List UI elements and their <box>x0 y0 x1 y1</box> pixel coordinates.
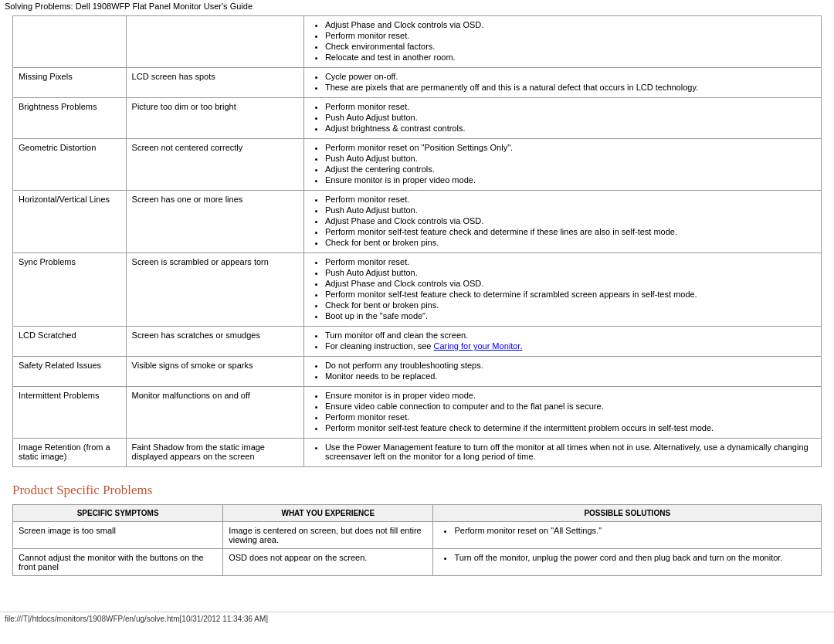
table-row: Intermittent ProblemsMonitor malfunction… <box>13 387 822 439</box>
symptom-cell <box>13 16 127 68</box>
list-item: These are pixels that are permanently of… <box>325 83 815 92</box>
list-item: Turn monitor off and clean the screen. <box>325 330 815 340</box>
table-row: Adjust Phase and Clock controls via OSD.… <box>13 16 822 68</box>
list-item: Relocate and test in another room. <box>325 53 815 62</box>
symptom-cell: Intermittent Problems <box>13 387 127 439</box>
experience-cell: Image is centered on screen, but does no… <box>223 522 433 549</box>
col-header-experience: WHAT YOU EXPERIENCE <box>223 505 433 522</box>
solution-cell: Do not perform any troubleshooting steps… <box>303 357 821 387</box>
table-row: Horizontal/Vertical LinesScreen has one … <box>13 191 822 253</box>
list-item: Perform monitor reset. <box>325 195 815 204</box>
solution-cell: Use the Power Management feature to turn… <box>303 439 821 467</box>
table-row: Screen image is too smallImage is center… <box>13 522 822 549</box>
experience-cell: Faint Shadow from the static image displ… <box>126 439 303 467</box>
problems-table: Adjust Phase and Clock controls via OSD.… <box>12 15 822 467</box>
main-content: Adjust Phase and Clock controls via OSD.… <box>0 12 834 604</box>
list-item: Perform monitor reset on "All Settings." <box>454 526 815 535</box>
list-item: Monitor needs to be replaced. <box>325 371 815 381</box>
experience-cell: Screen not centered correctly <box>126 139 303 191</box>
table-row: Cannot adjust the monitor with the butto… <box>13 549 822 576</box>
list-item: Perform monitor reset. <box>325 257 815 266</box>
solution-cell: Perform monitor reset on "All Settings." <box>433 522 822 549</box>
symptom-cell: Cannot adjust the monitor with the butto… <box>13 549 223 576</box>
table-row: Safety Related IssuesVisible signs of sm… <box>13 357 822 387</box>
title-bar: Solving Problems: Dell 1908WFP Flat Pane… <box>0 0 834 12</box>
experience-cell: OSD does not appear on the screen. <box>223 549 433 576</box>
experience-cell: LCD screen has spots <box>126 68 303 98</box>
list-item: Turn off the monitor, unplug the power c… <box>454 553 815 562</box>
list-item: Push Auto Adjust button. <box>325 154 815 163</box>
experience-cell: Screen is scrambled or appears torn <box>126 253 303 327</box>
table-row: Missing PixelsLCD screen has spotsCycle … <box>13 68 822 98</box>
solution-cell: Adjust Phase and Clock controls via OSD.… <box>303 16 821 68</box>
list-item: Adjust Phase and Clock controls via OSD. <box>325 279 815 288</box>
experience-cell: Picture too dim or too bright <box>126 98 303 139</box>
list-item: Use the Power Management feature to turn… <box>325 442 815 461</box>
list-item: Perform monitor reset. <box>325 31 815 40</box>
solution-cell: Perform monitor reset.Push Auto Adjust b… <box>303 98 821 139</box>
list-item: Perform monitor reset. <box>325 102 815 111</box>
table-row: Geometric DistortionScreen not centered … <box>13 139 822 191</box>
list-item: Adjust Phase and Clock controls via OSD. <box>325 216 815 225</box>
footer-text: file:///T|/htdocs/monitors/1908WFP/en/ug… <box>5 615 268 623</box>
symptom-cell: Sync Problems <box>13 253 127 327</box>
symptom-cell: LCD Scratched <box>13 327 127 357</box>
symptom-cell: Brightness Problems <box>13 98 127 139</box>
list-item: Push Auto Adjust button. <box>325 205 815 215</box>
experience-cell: Screen has one or more lines <box>126 191 303 253</box>
product-specific-table: SPECIFIC SYMPTOMS WHAT YOU EXPERIENCE PO… <box>12 504 822 576</box>
solution-cell: Cycle power on-off.These are pixels that… <box>303 68 821 98</box>
list-item: Push Auto Adjust button. <box>325 268 815 277</box>
footer-bar: file:///T|/htdocs/monitors/1908WFP/en/ug… <box>0 612 834 625</box>
list-item: Boot up in the "safe mode". <box>325 311 815 320</box>
table-row: LCD ScratchedScreen has scratches or smu… <box>13 327 822 357</box>
solution-cell: Turn off the monitor, unplug the power c… <box>433 549 822 576</box>
experience-cell: Monitor malfunctions on and off <box>126 387 303 439</box>
table-row: Image Retention (from a static image)Fai… <box>13 439 822 467</box>
list-item: Adjust brightness & contrast controls. <box>325 124 815 133</box>
page-title: Solving Problems: Dell 1908WFP Flat Pane… <box>5 2 253 11</box>
symptom-cell: Screen image is too small <box>13 522 223 549</box>
symptom-cell: Image Retention (from a static image) <box>13 439 127 467</box>
list-item: Do not perform any troubleshooting steps… <box>325 361 815 370</box>
solution-cell: Turn monitor off and clean the screen.Fo… <box>303 327 821 357</box>
solution-cell: Ensure monitor is in proper video mode.E… <box>303 387 821 439</box>
solution-cell: Perform monitor reset on "Position Setti… <box>303 139 821 191</box>
list-item: Check for bent or broken pins. <box>325 238 815 247</box>
list-item: Ensure monitor is in proper video mode. <box>325 391 815 400</box>
list-item: For cleaning instruction, see Caring for… <box>325 341 815 351</box>
symptom-cell: Missing Pixels <box>13 68 127 98</box>
solution-cell: Perform monitor reset.Push Auto Adjust b… <box>303 191 821 253</box>
section2-title: Product Specific Problems <box>12 483 822 498</box>
list-item: Adjust Phase and Clock controls via OSD. <box>325 20 815 29</box>
table-row: Brightness ProblemsPicture too dim or to… <box>13 98 822 139</box>
list-item: Check for bent or broken pins. <box>325 300 815 310</box>
symptom-cell: Safety Related Issues <box>13 357 127 387</box>
list-item: Perform monitor self-test feature check … <box>325 423 815 432</box>
list-item: Push Auto Adjust button. <box>325 113 815 122</box>
col-header-solutions: POSSIBLE SOLUTIONS <box>433 505 822 522</box>
experience-cell: Screen has scratches or smudges <box>126 327 303 357</box>
list-item: Ensure video cable connection to compute… <box>325 402 815 411</box>
list-item: Check environmental factors. <box>325 42 815 51</box>
experience-cell <box>126 16 303 68</box>
symptom-cell: Geometric Distortion <box>13 139 127 191</box>
list-item: Perform monitor reset. <box>325 412 815 422</box>
list-item: Perform monitor self-test feature check … <box>325 290 815 299</box>
col-header-symptoms: SPECIFIC SYMPTOMS <box>13 505 223 522</box>
caring-link[interactable]: Caring for your Monitor. <box>434 341 523 351</box>
list-item: Adjust the centering controls. <box>325 164 815 174</box>
list-item: Perform monitor self-test feature check … <box>325 227 815 236</box>
list-item: Cycle power on-off. <box>325 72 815 81</box>
table-row: Sync ProblemsScreen is scrambled or appe… <box>13 253 822 327</box>
list-item: Ensure monitor is in proper video mode. <box>325 175 815 185</box>
experience-cell: Visible signs of smoke or sparks <box>126 357 303 387</box>
symptom-cell: Horizontal/Vertical Lines <box>13 191 127 253</box>
list-item: Perform monitor reset on "Position Setti… <box>325 143 815 152</box>
solution-cell: Perform monitor reset.Push Auto Adjust b… <box>303 253 821 327</box>
